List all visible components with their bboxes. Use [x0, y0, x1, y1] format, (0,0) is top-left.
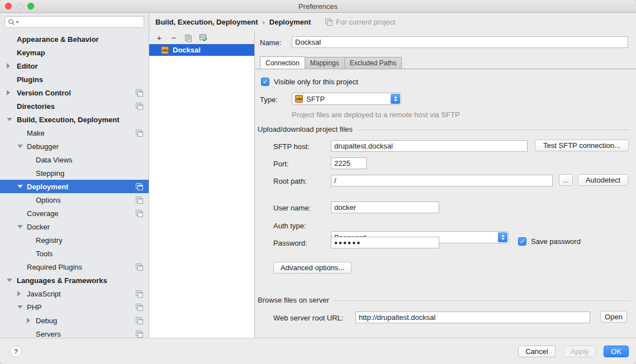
settings-search-input[interactable] — [20, 18, 141, 26]
sftp-host-input[interactable] — [331, 140, 528, 152]
chevron-down-icon[interactable] — [17, 185, 23, 188]
port-input[interactable] — [331, 157, 367, 169]
current-project-icon — [136, 103, 143, 110]
sidebar-item-directories[interactable]: Directories — [0, 99, 149, 113]
cancel-button[interactable]: Cancel — [518, 346, 555, 357]
sidebar-item-coverage[interactable]: Coverage — [0, 207, 149, 220]
sidebar-item-version-control[interactable]: Version Control — [0, 86, 149, 99]
sidebar-item-editor[interactable]: Editor — [0, 59, 149, 73]
sidebar-item-tools[interactable]: Tools — [0, 247, 149, 260]
sidebar-item-label: Coverage — [27, 209, 58, 218]
current-project-icon — [136, 210, 143, 217]
zoom-window-button[interactable] — [27, 3, 34, 9]
remove-server-button[interactable]: − — [170, 33, 178, 42]
upload-section-title: Upload/download project files — [258, 125, 353, 133]
chevron-down-icon[interactable] — [7, 279, 12, 282]
chevron-down-icon[interactable] — [17, 305, 23, 309]
visible-only-label: Visible only for this project — [274, 78, 358, 86]
chevron-down-icon[interactable] — [17, 225, 23, 228]
tab-bar: ConnectionMappingsExcluded Paths — [260, 56, 402, 69]
breadcrumb-separator: › — [262, 18, 264, 26]
chevron-right-icon[interactable] — [7, 90, 10, 95]
tab-underline — [255, 69, 636, 69]
sidebar-item-deployment[interactable]: Deployment — [0, 180, 149, 193]
tab-excluded-paths[interactable]: Excluded Paths — [345, 57, 402, 69]
sidebar-item-data-views[interactable]: Data Views — [0, 153, 149, 166]
section-rule — [357, 130, 630, 130]
sidebar-item-label: Required Plugins — [27, 263, 82, 271]
type-dropdown[interactable]: sftp SFTP — [292, 93, 401, 105]
advanced-options-button[interactable]: Advanced options... — [273, 262, 352, 274]
preferences-window: Preferences Appearance & BehaviorKeymapE… — [0, 0, 636, 364]
visible-only-checkbox[interactable]: ✓ — [261, 78, 269, 86]
test-sftp-connection-button[interactable]: Test SFTP connection... — [535, 140, 629, 151]
sidebar-item-label: Appearance & Behavior — [17, 35, 99, 44]
chevron-right-icon[interactable] — [27, 318, 30, 323]
ok-button[interactable]: OK — [604, 346, 629, 357]
sidebar-item-php[interactable]: PHP — [0, 300, 149, 314]
sidebar-item-label: Registry — [36, 236, 63, 245]
tab-connection[interactable]: Connection — [260, 56, 305, 69]
current-project-icon — [136, 331, 143, 338]
sidebar-item-debugger[interactable]: Debugger — [0, 140, 149, 153]
add-server-button[interactable]: + — [155, 33, 163, 42]
user-name-label: User name: — [273, 204, 311, 212]
sidebar-item-languages-frameworks[interactable]: Languages & Frameworks — [0, 274, 149, 287]
chevron-right-icon[interactable] — [17, 291, 21, 296]
search-box[interactable] — [4, 16, 144, 28]
close-window-button[interactable] — [5, 3, 12, 9]
help-button[interactable]: ? — [10, 346, 22, 357]
sidebar-item-debug[interactable]: Debug — [0, 314, 149, 327]
sidebar-item-required-plugins[interactable]: Required Plugins — [0, 260, 149, 274]
sidebar-item-javascript[interactable]: JavaScript — [0, 287, 149, 300]
sidebar-item-make[interactable]: Make — [0, 126, 149, 140]
type-dropdown-stepper-icon[interactable] — [391, 94, 400, 104]
save-password-checkbox[interactable]: ✓ — [518, 237, 526, 246]
user-name-input[interactable] — [331, 202, 439, 213]
sidebar-item-options[interactable]: Options — [0, 193, 149, 207]
sidebar-item-servers[interactable]: Servers — [0, 327, 149, 338]
sidebar-item-label: Options — [36, 196, 61, 204]
autodetect-button[interactable]: Autodetect — [578, 174, 628, 186]
breadcrumb-page: Deployment — [269, 18, 311, 26]
type-label: Type: — [260, 95, 278, 104]
sftp-server-icon: sftp — [161, 46, 169, 54]
sidebar-item-build-execution-deployment[interactable]: Build, Execution, Deployment — [0, 113, 149, 126]
name-input[interactable] — [292, 36, 628, 48]
upload-section-header: Upload/download project files — [258, 125, 630, 133]
chevron-down-icon[interactable] — [7, 118, 12, 121]
current-project-icon — [136, 197, 143, 204]
section-rule — [333, 300, 630, 301]
sidebar-item-registry[interactable]: Registry — [0, 233, 149, 247]
type-hint: Project files are deployed to a remote h… — [292, 111, 460, 119]
tab-mappings[interactable]: Mappings — [305, 57, 345, 69]
browse-root-path-button[interactable]: ... — [559, 174, 573, 186]
dialog-footer: ? Cancel Apply OK — [0, 338, 636, 364]
breadcrumb: Build, Execution, Deployment › Deploymen… — [149, 13, 636, 31]
open-url-button[interactable]: Open — [600, 311, 627, 323]
minimize-window-button — [16, 3, 23, 9]
auth-type-dropdown-stepper-icon[interactable] — [498, 232, 507, 242]
password-label: Password: — [273, 239, 307, 247]
breadcrumb-category[interactable]: Build, Execution, Deployment — [155, 18, 258, 26]
sidebar-item-label: Directories — [17, 102, 55, 111]
search-options-caret-icon[interactable] — [16, 21, 19, 23]
server-item-docksal[interactable]: sftpDocksal — [149, 44, 254, 56]
root-path-label: Root path: — [273, 177, 307, 185]
sidebar-item-stepping[interactable]: Stepping — [0, 166, 149, 180]
web-root-input[interactable] — [355, 312, 590, 323]
traffic-lights — [5, 3, 34, 9]
scope-label: For current project — [336, 18, 395, 26]
sidebar-item-plugins[interactable]: Plugins — [0, 73, 149, 86]
chevron-right-icon[interactable] — [7, 63, 10, 69]
root-path-input[interactable] — [331, 175, 553, 186]
copy-server-button[interactable] — [184, 34, 192, 42]
sidebar-item-keymap[interactable]: Keymap — [0, 46, 149, 59]
password-input[interactable] — [331, 237, 439, 248]
sidebar-item-appearance-behavior[interactable]: Appearance & Behavior — [0, 32, 149, 46]
chevron-down-icon[interactable] — [17, 145, 23, 148]
sidebar-item-docker[interactable]: Docker — [0, 220, 149, 233]
title-bar[interactable]: Preferences — [0, 0, 636, 13]
deployment-form: Name: ConnectionMappingsExcluded Paths ✓… — [255, 31, 636, 338]
use-as-default-button[interactable] — [199, 33, 207, 42]
